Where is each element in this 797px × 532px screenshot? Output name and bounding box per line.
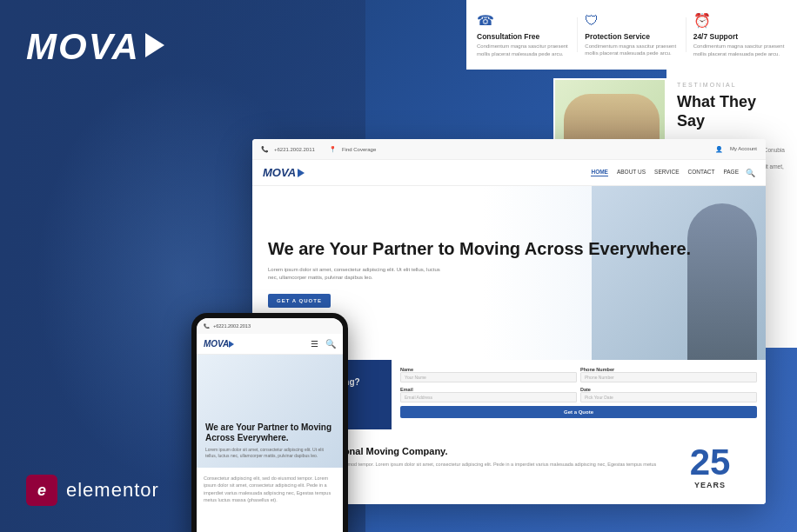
main-logo-area: MOVA [26, 26, 164, 68]
desktop-search-icon[interactable]: 🔍 [746, 169, 755, 177]
mobile-search-icon[interactable]: 🔍 [325, 339, 336, 349]
email-input[interactable]: Email Address [400, 392, 577, 402]
mobile-about-text: Consectetur adipiscing elit, sed do eius… [204, 475, 336, 503]
quote-right-form: Name Your Name Phone Number Phone Number… [392, 360, 766, 429]
mobile-logo-text: MOVA [204, 339, 229, 349]
mobile-hero: We are Your Partner to Moving Across Eve… [197, 355, 343, 468]
feature-support: ⏰ 24/7 Support Condimentum magna sascitu… [693, 12, 787, 57]
main-logo: MOVA [26, 26, 164, 68]
desktop-header: MOVA HOME ABOUT US SERVICE CONTACT PAGE … [252, 160, 766, 186]
mobile-content: Consectetur adipiscing elit, sed do eius… [197, 468, 343, 510]
phone-input[interactable]: Phone Number [580, 372, 757, 382]
desktop-logo-text: MOVA [263, 166, 296, 179]
desktop-logo: MOVA [263, 166, 305, 179]
feature-divider-2 [686, 17, 686, 52]
feature-title-1: Protection Service [585, 32, 678, 41]
mobile-hero-title: We are Your Partner to Moving Across Eve… [205, 422, 334, 443]
consultation-icon: ☎ [477, 12, 570, 29]
testimonial-label: TESTIMONIAL [677, 82, 787, 88]
desktop-logo-arrow [298, 169, 305, 177]
mobile-screen: 📞 +6221.2002.2013 MOVA ☰ 🔍 We are Your P… [197, 318, 343, 532]
elementor-icon: e [26, 475, 57, 506]
nav-service[interactable]: SERVICE [654, 169, 679, 176]
mobile-logo-arrow [229, 341, 234, 348]
mobile-menu-icon[interactable]: ☰ [311, 339, 318, 349]
years-number: 25 [690, 444, 731, 481]
location-icon: 📍 [329, 146, 337, 153]
form-submit-button[interactable]: Get a Quote [400, 406, 757, 418]
nav-contact[interactable]: CONTACT [687, 169, 714, 176]
logo-arrow-icon [145, 33, 164, 57]
feature-protection: 🛡 Protection Service Condimentum magna s… [585, 13, 678, 57]
phone-icon: 📞 [261, 146, 269, 153]
hero-subtitle: Lorem ipsum dolor sit amet, consectetur … [268, 266, 442, 282]
nav-home[interactable]: HOME [591, 169, 608, 176]
mobile-mockup: 📞 +6221.2002.2013 MOVA ☰ 🔍 We are Your P… [191, 313, 348, 532]
feature-title-2: 24/7 Support [693, 32, 787, 41]
mobile-header: MOVA ☰ 🔍 [197, 334, 343, 355]
mobile-phone-icon: 📞 [204, 323, 210, 329]
mobile-top-bar: 📞 +6221.2002.2013 [197, 318, 343, 334]
hero-cta-button[interactable]: GET A QUOTE [268, 294, 331, 308]
account-icon: 👤 [715, 146, 723, 153]
date-label: Date [580, 387, 757, 392]
testimonial-heading: What They Say [677, 93, 787, 130]
mobile-hero-sub: Lorem ipsum dolor sit amet, consectetur … [205, 447, 334, 459]
about-right: 25 YEARS [666, 438, 753, 495]
email-label: Email [400, 387, 577, 392]
desktop-nav-items: HOME ABOUT US SERVICE CONTACT PAGE [591, 169, 739, 176]
years-display: 25 YEARS [690, 444, 731, 489]
mobile-phone: +6221.2002.2013 [213, 323, 251, 329]
feature-desc-2: Condimentum magna sascitur praesent moll… [693, 43, 787, 57]
name-input[interactable]: Your Name [400, 372, 577, 382]
feature-desc-0: Condimentum magna sascitur praesent moll… [477, 43, 570, 57]
elementor-badge: e elementor [26, 475, 159, 506]
form-field-email: Email Email Address [400, 387, 577, 403]
nav-links-top: 👤 My Account [715, 146, 757, 153]
find-coverage-link[interactable]: Find Coverage [342, 147, 376, 152]
hero-title: We are Your Partner to Moving Across Eve… [268, 238, 691, 259]
elementor-label: elementor [66, 479, 159, 502]
features-panel: ☎ Consultation Free Condimentum magna sa… [466, 0, 797, 70]
logo-text: MOVA [26, 26, 140, 68]
form-field-name: Name Your Name [400, 367, 577, 383]
mobile-logo: MOVA [204, 339, 234, 349]
form-field-date: Date Pick Your Date [580, 387, 757, 403]
hero-content: We are Your Partner to Moving Across Eve… [268, 238, 691, 308]
nav-page[interactable]: PAGE [723, 169, 739, 176]
desktop-top-nav: 📞 +6221.2002.2011 📍 Find Coverage 👤 My A… [252, 139, 766, 160]
nav-about[interactable]: ABOUT US [617, 169, 646, 176]
feature-consultation: ☎ Consultation Free Condimentum magna sa… [477, 12, 570, 57]
date-input[interactable]: Pick Your Date [580, 392, 757, 402]
feature-desc-1: Condimentum magna sascitur praesent moll… [585, 43, 678, 57]
support-icon: ⏰ [693, 12, 787, 29]
form-field-phone: Phone Number Phone Number [580, 367, 757, 383]
years-label: YEARS [690, 481, 731, 489]
feature-title-0: Consultation Free [477, 32, 570, 41]
my-account-link[interactable]: My Account [730, 146, 757, 153]
feature-divider-1 [577, 17, 578, 52]
protection-icon: 🛡 [585, 13, 678, 29]
phone-number: +6221.2002.2011 [274, 147, 315, 152]
